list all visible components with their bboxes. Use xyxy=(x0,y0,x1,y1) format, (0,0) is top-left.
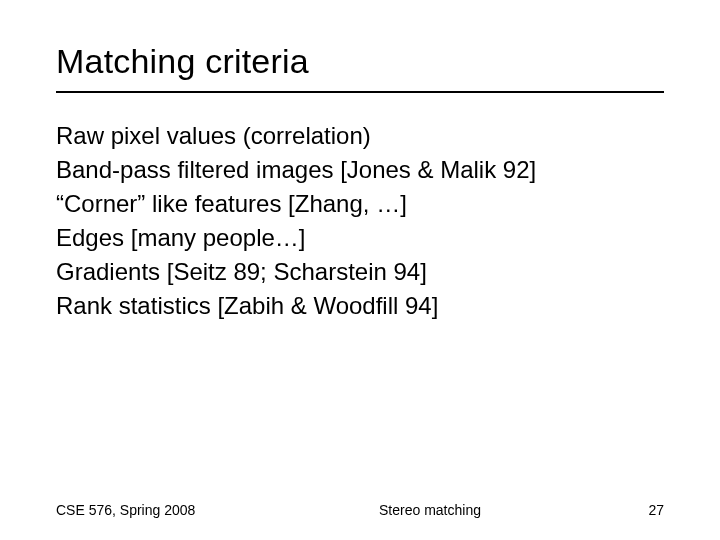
list-item: “Corner” like features [Zhang, …] xyxy=(56,187,664,221)
footer-left: CSE 576, Spring 2008 xyxy=(56,502,256,518)
list-item: Edges [many people…] xyxy=(56,221,664,255)
footer-center: Stereo matching xyxy=(256,502,604,518)
footer-page-number: 27 xyxy=(604,502,664,518)
list-item: Gradients [Seitz 89; Scharstein 94] xyxy=(56,255,664,289)
list-item: Rank statistics [Zabih & Woodfill 94] xyxy=(56,289,664,323)
slide-footer: CSE 576, Spring 2008 Stereo matching 27 xyxy=(56,502,664,518)
title-rule xyxy=(56,91,664,93)
list-item: Band-pass filtered images [Jones & Malik… xyxy=(56,153,664,187)
slide-body: Raw pixel values (correlation) Band-pass… xyxy=(56,119,664,323)
list-item: Raw pixel values (correlation) xyxy=(56,119,664,153)
slide-title: Matching criteria xyxy=(56,42,664,81)
slide: Matching criteria Raw pixel values (corr… xyxy=(0,0,720,540)
